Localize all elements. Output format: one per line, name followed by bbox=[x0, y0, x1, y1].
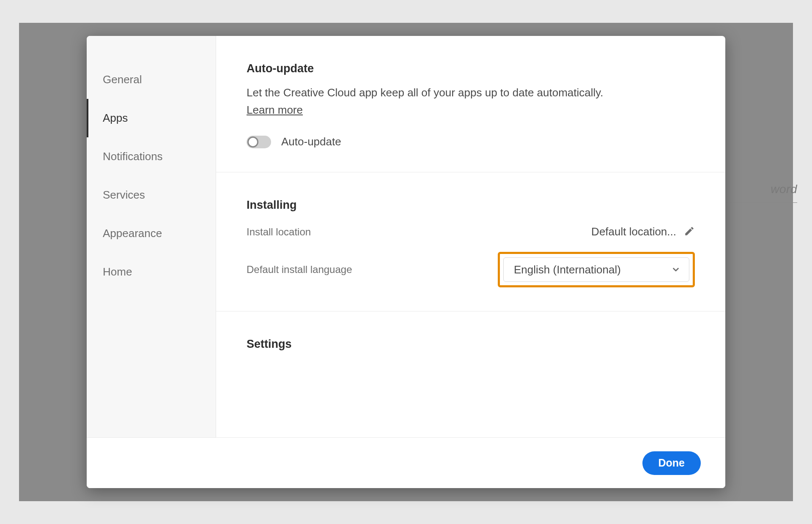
sidebar-item-label: General bbox=[103, 73, 142, 86]
sidebar-item-label: Notifications bbox=[103, 150, 163, 163]
install-location-value: Default location... bbox=[591, 225, 676, 238]
language-highlight: English (International) bbox=[498, 252, 695, 287]
install-language-label: Default install language bbox=[247, 264, 352, 276]
sidebar-item-label: Services bbox=[103, 188, 145, 201]
auto-update-toggle-row: Auto-update bbox=[247, 135, 695, 148]
sidebar-item-home[interactable]: Home bbox=[87, 253, 216, 291]
sidebar-item-apps[interactable]: Apps bbox=[87, 99, 216, 137]
background-text-fragment: word bbox=[771, 183, 797, 196]
install-location-value-wrap: Default location... bbox=[591, 225, 695, 238]
content-wrap: Auto-update Let the Creative Cloud app k… bbox=[216, 36, 725, 437]
done-button[interactable]: Done bbox=[642, 451, 701, 475]
auto-update-toggle-label: Auto-update bbox=[281, 135, 341, 148]
sidebar-item-notifications[interactable]: Notifications bbox=[87, 137, 216, 176]
section-auto-update: Auto-update Let the Creative Cloud app k… bbox=[216, 36, 725, 172]
sidebar-item-services[interactable]: Services bbox=[87, 176, 216, 214]
preferences-modal: General Apps Notifications Services Appe… bbox=[87, 36, 725, 488]
auto-update-description: Let the Creative Cloud app keep all of y… bbox=[247, 85, 695, 101]
pencil-icon bbox=[684, 226, 695, 237]
install-language-row: Default install language English (Intern… bbox=[247, 252, 695, 287]
installing-title: Installing bbox=[247, 199, 695, 212]
page-backdrop: word General Apps Notifications Services… bbox=[19, 23, 793, 501]
content-scroll[interactable]: Auto-update Let the Creative Cloud app k… bbox=[216, 36, 725, 437]
sidebar-item-general[interactable]: General bbox=[87, 60, 216, 99]
learn-more-link[interactable]: Learn more bbox=[247, 104, 303, 117]
chevron-down-icon bbox=[671, 265, 680, 274]
auto-update-title: Auto-update bbox=[247, 62, 695, 75]
auto-update-toggle[interactable] bbox=[247, 136, 271, 148]
settings-title: Settings bbox=[247, 338, 695, 351]
toggle-knob bbox=[247, 136, 258, 147]
scroll-spacer bbox=[247, 360, 695, 437]
sidebar-item-appearance[interactable]: Appearance bbox=[87, 214, 216, 253]
modal-footer: Done bbox=[87, 437, 725, 488]
sidebar-item-label: Apps bbox=[103, 112, 128, 124]
edit-location-button[interactable] bbox=[684, 226, 695, 238]
section-settings: Settings bbox=[216, 311, 725, 437]
sidebar-item-label: Appearance bbox=[103, 227, 162, 240]
modal-body: General Apps Notifications Services Appe… bbox=[87, 36, 725, 437]
install-language-select[interactable]: English (International) bbox=[503, 257, 689, 282]
preferences-sidebar: General Apps Notifications Services Appe… bbox=[87, 36, 216, 437]
section-installing: Installing Install location Default loca… bbox=[216, 172, 725, 311]
sidebar-item-label: Home bbox=[103, 265, 132, 278]
install-location-row: Install location Default location... bbox=[247, 225, 695, 238]
install-location-label: Install location bbox=[247, 226, 311, 238]
install-language-value: English (International) bbox=[514, 263, 621, 276]
